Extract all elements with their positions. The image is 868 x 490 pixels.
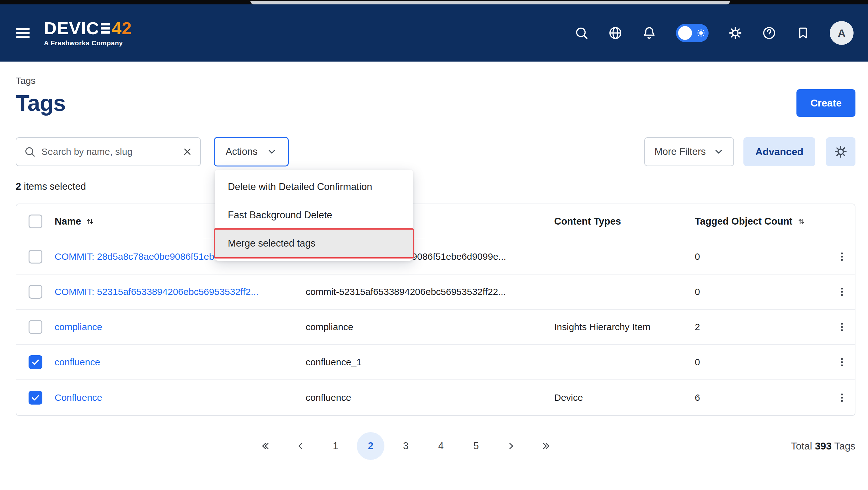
total-count: Total 393 Tags: [791, 440, 856, 452]
create-button[interactable]: Create: [797, 89, 856, 117]
logo-text-2: 2: [122, 20, 132, 37]
search-box: [16, 137, 201, 166]
row-kebab-menu-icon[interactable]: [836, 321, 848, 333]
search-input[interactable]: [41, 146, 177, 157]
pagination-last-icon[interactable]: [532, 432, 560, 460]
menu-item-merge-selected-tags[interactable]: Merge selected tags: [215, 229, 413, 258]
menu-item-label: Fast Background Delete: [228, 209, 332, 221]
browser-url-bar-sliver: [250, 1, 730, 4]
navbar-icon-group: A: [574, 21, 854, 45]
clear-search-icon[interactable]: [182, 146, 193, 157]
notifications-bell-icon[interactable]: [642, 26, 656, 40]
tag-object-count: 0: [695, 357, 829, 368]
gear-icon: [834, 145, 847, 158]
advanced-button[interactable]: Advanced: [743, 137, 815, 166]
row-checkbox[interactable]: [29, 391, 42, 405]
row-checkbox[interactable]: [29, 320, 42, 334]
tag-name-link[interactable]: COMMIT: 52315af6533894206ebc56953532ff2.…: [55, 286, 306, 297]
table-row: confluence confluence_1 0: [16, 345, 855, 380]
tag-slug: commit-52315af6533894206ebc56953532ff22.…: [306, 286, 554, 297]
row-kebab-menu-icon[interactable]: [836, 251, 848, 263]
selection-label: items selected: [21, 181, 86, 192]
pagination-page-1[interactable]: 1: [322, 432, 349, 460]
toggle-knob: [678, 26, 692, 40]
menu-item-label: Delete with Detailed Confirmation: [228, 181, 372, 193]
column-header-name[interactable]: Name: [55, 216, 95, 227]
pagination-next-icon[interactable]: [497, 432, 525, 460]
header-checkbox-cell: [16, 214, 55, 228]
gear-icon[interactable]: [728, 26, 742, 40]
logo-text-main: DEVIC: [44, 20, 99, 37]
top-navbar: DEVIC 4 2 A Freshworks Company: [0, 4, 868, 62]
pagination-page-2-active[interactable]: 2: [357, 432, 384, 460]
tag-name-link[interactable]: Confluence: [55, 392, 306, 403]
select-all-checkbox[interactable]: [29, 214, 42, 228]
pagination-page-3[interactable]: 3: [392, 432, 420, 460]
sun-icon: [696, 28, 706, 38]
tag-slug: compliance: [306, 322, 554, 332]
tag-slug: confluence_1: [306, 357, 554, 368]
breadcrumb[interactable]: Tags: [16, 76, 35, 86]
selection-count: 2: [16, 181, 21, 192]
pagination: 1 2 3 4 5: [251, 432, 560, 460]
page-content: Tags Tags Create Actions: [0, 76, 868, 460]
table-row: COMMIT: 28d5a8c78ae0be9086f51ebe6d9099..…: [16, 239, 855, 275]
toolbar: Actions Delete with Detailed Confirmatio…: [16, 137, 856, 167]
chevron-down-icon: [713, 146, 724, 157]
user-avatar[interactable]: A: [830, 21, 854, 45]
row-kebab-menu-icon[interactable]: [836, 356, 848, 368]
table-row: Confluence confluence Device 6: [16, 380, 855, 415]
pagination-page-4[interactable]: 4: [427, 432, 455, 460]
search-icon[interactable]: [574, 26, 589, 40]
tag-object-count: 2: [695, 322, 829, 332]
tags-table: Name Content Types Tagged Object Count: [16, 204, 856, 416]
menu-item-delete-detailed[interactable]: Delete with Detailed Confirmation: [215, 173, 413, 201]
tag-object-count: 0: [695, 286, 829, 297]
column-header-tagged-count[interactable]: Tagged Object Count: [695, 216, 806, 227]
actions-label: Actions: [226, 146, 258, 157]
selection-status: 2 items selected: [16, 181, 856, 192]
globe-icon[interactable]: [608, 26, 623, 40]
tag-name-link[interactable]: compliance: [55, 322, 306, 332]
row-kebab-menu-icon[interactable]: [836, 392, 848, 404]
logo-e-glyph: [101, 23, 110, 34]
theme-toggle[interactable]: [676, 24, 709, 42]
more-filters-button[interactable]: More Filters: [644, 137, 734, 166]
column-header-content-types: Content Types: [554, 216, 621, 227]
pagination-page-5[interactable]: 5: [462, 432, 490, 460]
sort-icon: [85, 217, 95, 226]
pagination-row: 1 2 3 4 5 Total 393 Tags: [16, 432, 856, 460]
actions-dropdown-wrap: Actions Delete with Detailed Confirmatio…: [214, 137, 289, 167]
logo-tagline: A Freshworks Company: [44, 39, 132, 47]
pagination-prev-icon[interactable]: [286, 432, 314, 460]
avatar-initial: A: [838, 27, 846, 39]
actions-menu: Delete with Detailed Confirmation Fast B…: [215, 170, 413, 261]
search-field-icon: [24, 146, 36, 158]
menu-item-fast-background-delete[interactable]: Fast Background Delete: [215, 201, 413, 229]
chevron-down-icon: [267, 146, 277, 157]
tag-slug: confluence: [306, 392, 554, 403]
menu-item-label: Merge selected tags: [228, 238, 315, 249]
row-checkbox[interactable]: [29, 355, 42, 369]
pagination-first-icon[interactable]: [251, 432, 279, 460]
bookmark-icon[interactable]: [796, 26, 810, 40]
browser-top-strip: [0, 0, 868, 4]
tag-content-types: Insights Hierarchy Item: [554, 322, 695, 332]
row-checkbox[interactable]: [29, 285, 42, 299]
more-filters-label: More Filters: [654, 146, 706, 157]
page-title: Tags: [16, 90, 66, 116]
table-row: compliance compliance Insights Hierarchy…: [16, 310, 855, 345]
row-checkbox[interactable]: [29, 250, 42, 263]
tag-name-link[interactable]: confluence: [55, 357, 306, 368]
sort-icon: [797, 217, 806, 226]
device42-logo: DEVIC 4 2 A Freshworks Company: [44, 20, 132, 47]
row-kebab-menu-icon[interactable]: [836, 286, 848, 298]
tag-object-count: 0: [695, 251, 829, 262]
title-row: Tags Create: [16, 89, 856, 117]
table-settings-button[interactable]: [826, 137, 856, 166]
help-icon[interactable]: [762, 26, 776, 40]
actions-button[interactable]: Actions: [214, 137, 289, 167]
tag-object-count: 6: [695, 392, 829, 403]
hamburger-menu-icon[interactable]: [14, 25, 31, 41]
table-row: COMMIT: 52315af6533894206ebc56953532ff2.…: [16, 275, 855, 310]
